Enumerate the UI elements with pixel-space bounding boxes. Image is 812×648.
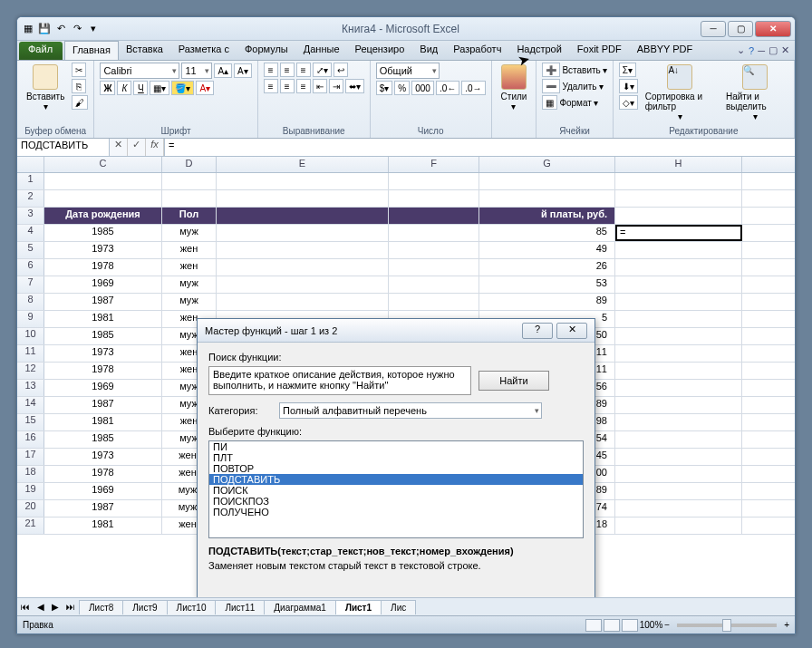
function-item[interactable]: ПИ (209, 441, 583, 452)
cell[interactable]: 1969 (44, 483, 162, 499)
italic-button[interactable]: К (117, 81, 131, 95)
formula-input[interactable]: = (164, 139, 795, 156)
row-header[interactable]: 16 (17, 431, 44, 448)
cell[interactable] (217, 242, 389, 258)
font-name-combo[interactable]: Calibri (100, 63, 179, 79)
find-button[interactable]: Найти (478, 371, 549, 391)
font-size-combo[interactable]: 11 (181, 63, 212, 79)
cell[interactable] (615, 431, 742, 448)
cell[interactable]: 1973 (44, 345, 162, 362)
number-format-combo[interactable]: Общий (376, 63, 440, 79)
cell[interactable] (615, 294, 742, 310)
tab-разметка с[interactable]: Разметка с (171, 41, 237, 60)
cell[interactable]: 1969 (44, 380, 162, 396)
cell[interactable] (615, 276, 742, 293)
cell[interactable]: муж (162, 276, 217, 293)
currency-icon[interactable]: $▾ (376, 81, 393, 95)
col-header[interactable]: H (615, 157, 742, 172)
cell[interactable]: 1978 (44, 466, 162, 482)
cell[interactable]: жен (162, 259, 217, 276)
zoom-out-icon[interactable]: − (664, 620, 670, 630)
cell[interactable] (217, 225, 389, 241)
cell[interactable]: 1987 (44, 397, 162, 413)
view-normal-icon[interactable] (585, 619, 602, 632)
cell[interactable]: 1981 (44, 414, 162, 430)
table-header[interactable]: Дата рождения (44, 208, 162, 224)
row-header[interactable]: 10 (17, 328, 44, 344)
cell[interactable]: муж (162, 294, 217, 310)
maximize-button[interactable]: ▢ (728, 21, 753, 37)
col-header[interactable]: E (217, 157, 389, 172)
cell[interactable]: 49 (479, 242, 615, 258)
row-header[interactable]: 6 (17, 259, 44, 276)
inc-decimal-icon[interactable]: .0← (436, 81, 459, 95)
table-header[interactable] (389, 208, 479, 224)
col-header[interactable]: C (44, 157, 162, 172)
dialog-help-button[interactable]: ? (522, 323, 553, 339)
category-combo[interactable]: Полный алфавитный перечень (279, 402, 542, 419)
doc-minimize-icon[interactable]: ─ (758, 45, 765, 56)
delete-cells-button[interactable]: ➖ (542, 79, 560, 93)
dec-decimal-icon[interactable]: .0→ (461, 81, 485, 95)
cell[interactable] (615, 500, 742, 517)
doc-close-icon[interactable]: ✕ (781, 44, 789, 56)
cell[interactable]: 1981 (44, 517, 162, 534)
sheet-tab[interactable]: Лист8 (79, 600, 123, 614)
cell[interactable]: 53 (479, 276, 615, 293)
insert-cells-button[interactable]: ➕ (542, 63, 560, 77)
row-header[interactable]: 3 (17, 208, 44, 224)
cell[interactable] (615, 517, 742, 534)
find-select-button[interactable]: 🔍Найти и выделить▾ (722, 63, 788, 123)
fill-icon[interactable]: ⬇▾ (619, 79, 638, 93)
row-header[interactable]: 7 (17, 276, 44, 293)
cell[interactable]: 89 (479, 294, 615, 310)
cell[interactable] (615, 328, 742, 344)
tab-file[interactable]: Файл (19, 42, 63, 60)
view-layout-icon[interactable] (604, 619, 620, 632)
copy-icon[interactable]: ⎘ (72, 79, 86, 93)
bold-button[interactable]: Ж (100, 81, 115, 95)
cell[interactable]: 1987 (44, 294, 162, 310)
qat-more-icon[interactable]: ▾ (86, 22, 101, 36)
increase-font-icon[interactable]: A▴ (214, 63, 232, 78)
underline-button[interactable]: Ч (133, 81, 148, 95)
function-item[interactable]: ПОДСТАВИТЬ (209, 474, 583, 485)
indent-inc-icon[interactable]: ⇥ (329, 79, 343, 93)
function-item[interactable]: ПОЛУЧЕНО (209, 507, 583, 517)
tab-nav-first-icon[interactable]: ⏮ (17, 602, 34, 612)
wrap-text-icon[interactable]: ↩ (334, 63, 348, 77)
cell[interactable]: = (615, 225, 742, 241)
cell[interactable] (389, 259, 479, 276)
cut-icon[interactable]: ✂ (72, 63, 86, 77)
worksheet-grid[interactable]: C D E F G H 123Дата рожденияПолй платы, … (17, 157, 795, 597)
cell[interactable] (389, 276, 479, 293)
table-header[interactable]: Пол (162, 208, 217, 224)
table-header[interactable] (217, 208, 389, 224)
orientation-icon[interactable]: ⤢▾ (313, 63, 332, 77)
view-break-icon[interactable] (622, 619, 638, 632)
cell[interactable] (615, 259, 742, 276)
tab-данные[interactable]: Данные (296, 41, 348, 60)
cell[interactable]: 1985 (44, 225, 162, 241)
fill-color-button[interactable]: 🪣▾ (171, 81, 194, 95)
align-right-icon[interactable]: ≡ (296, 79, 311, 93)
cell[interactable] (615, 466, 742, 482)
format-painter-icon[interactable]: 🖌 (72, 95, 88, 110)
cell[interactable]: 1987 (44, 500, 162, 517)
tab-nav-last-icon[interactable]: ⏭ (63, 602, 79, 612)
function-item[interactable]: ПОИСКПОЗ (209, 496, 583, 507)
cell[interactable] (615, 449, 742, 465)
tab-рецензиро[interactable]: Рецензиро (348, 41, 413, 60)
indent-dec-icon[interactable]: ⇤ (313, 79, 327, 93)
tab-nav-prev-icon[interactable]: ◀ (34, 602, 48, 612)
cell[interactable] (389, 225, 479, 241)
function-list[interactable]: ПИПЛТПОВТОРПОДСТАВИТЬПОИСКПОИСКПОЗПОЛУЧЕ… (208, 440, 584, 538)
cell[interactable]: 1981 (44, 311, 162, 327)
autosum-icon[interactable]: Σ▾ (619, 63, 636, 77)
tab-вставка[interactable]: Вставка (119, 41, 171, 60)
row-header[interactable]: 4 (17, 225, 44, 241)
cell[interactable]: 1973 (44, 449, 162, 465)
cell[interactable] (615, 397, 742, 413)
cell[interactable] (615, 311, 742, 327)
cell[interactable] (389, 242, 479, 258)
